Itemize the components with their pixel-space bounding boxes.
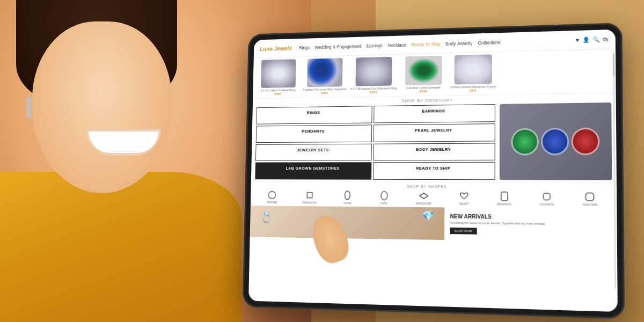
product-5-image — [454, 54, 492, 84]
heart-icon — [459, 191, 470, 201]
oval-icon — [379, 191, 390, 201]
cushion-icon — [541, 191, 552, 202]
svg-point-2 — [381, 192, 387, 200]
nav-body-jewelry[interactable]: Body Jewelry — [445, 40, 472, 46]
cat-jewelry-sets[interactable]: JEWELRY SETS — [255, 143, 371, 161]
account-icon[interactable]: 👤 — [583, 36, 590, 42]
cat-body-jewelry[interactable]: BODY JEWELRY — [373, 143, 495, 161]
shape-princess-label: PRINCESS — [302, 201, 317, 204]
round-icon — [267, 190, 277, 200]
site-icons: ♥ 👤 🔍 🛍 — [576, 36, 609, 43]
product-5[interactable]: 3 Piece Round Marquise Crown $4.8 — [450, 54, 496, 93]
featured-gems-image — [500, 103, 612, 180]
product-2-image — [307, 58, 343, 87]
shape-asscher[interactable]: ASSCHER — [582, 191, 597, 206]
nav-rings[interactable]: Rings — [299, 45, 310, 50]
svg-point-0 — [269, 192, 276, 199]
person-face — [32, 21, 172, 193]
shape-asscher-label: ASSCHER — [582, 203, 597, 206]
scroll-thumb[interactable] — [613, 54, 615, 76]
website-content: Luna Jewels Rings Wedding & Engagement E… — [248, 30, 618, 312]
cat-rings[interactable]: RINGS — [256, 106, 372, 124]
shape-princess[interactable]: PRINCESS — [302, 190, 317, 204]
product-4[interactable]: Certified Loose Emerald $550 — [401, 55, 446, 93]
cart-icon[interactable]: 🛍 — [603, 36, 609, 42]
site-nav: Rings Wedding & Engagement Earrings Neck… — [299, 38, 576, 50]
person-shirt — [0, 172, 241, 322]
shape-pear-label: PEAR — [343, 201, 351, 204]
product-3-image — [356, 57, 392, 86]
cat-pendants[interactable]: PENDANTS — [256, 125, 372, 142]
shape-cushion-label: CUSHION — [540, 203, 554, 206]
shop-by-shapes-label: SHOP BY SHAPES — [255, 184, 612, 189]
shape-marquise[interactable]: MARQUISE — [416, 191, 431, 205]
nav-collections[interactable]: Collections — [478, 40, 500, 46]
person-smile — [86, 129, 161, 156]
product-3[interactable]: 3 CT Marquise Cut Diamond Ring $310 — [350, 57, 397, 95]
cat-ready-to-ship[interactable]: READY TO SHIP — [372, 162, 495, 180]
svg-rect-1 — [307, 193, 312, 198]
product-2-price: $304 — [321, 92, 328, 95]
person-earring — [27, 97, 31, 118]
cat-earrings[interactable]: EARRINGS — [374, 104, 495, 123]
shop-now-button[interactable]: SHOP NOW — [450, 228, 477, 235]
wishlist-icon[interactable]: ♥ — [576, 37, 579, 43]
princess-icon — [304, 190, 314, 201]
product-3-price: $310 — [370, 91, 377, 94]
shape-round-label: ROUND — [267, 201, 277, 204]
shape-oval[interactable]: OVAL — [379, 191, 390, 205]
site-logo: Luna Jewels — [260, 45, 292, 52]
shape-emerald-label: EMERALD — [497, 202, 511, 206]
nav-wedding[interactable]: Wedding & Engagement — [314, 43, 361, 50]
pear-icon — [342, 190, 353, 201]
product-2[interactable]: Fashion For Love Blue Sapphire $304 — [303, 58, 347, 96]
red-gem-ring — [571, 128, 599, 156]
emerald-icon — [499, 191, 510, 202]
product-4-image — [405, 56, 442, 85]
asscher-icon — [584, 191, 596, 202]
svg-rect-3 — [543, 193, 550, 200]
nav-necklace[interactable]: Necklace — [388, 42, 406, 48]
green-gem-ring — [511, 128, 539, 156]
shape-emerald[interactable]: EMERALD — [497, 191, 511, 206]
blue-gem-ring — [541, 128, 569, 155]
shapes-row: ROUND PRINCESS PEAR — [254, 190, 612, 207]
product-1-image — [261, 59, 296, 88]
tablet-screen: Luna Jewels Rings Wedding & Engagement E… — [248, 30, 618, 312]
category-grid: RINGS EARRINGS PENDANTS PEARL JEWELRY JE… — [255, 104, 495, 180]
shape-oval-label: OVAL — [380, 201, 388, 204]
marquise-icon — [419, 191, 429, 201]
shape-marquise-label: MARQUISE — [416, 202, 431, 205]
product-1-price: $268 — [274, 92, 281, 96]
shape-heart[interactable]: HEART — [458, 191, 469, 205]
product-4-price: $550 — [420, 90, 427, 93]
shape-heart-label: HEART — [459, 202, 469, 206]
bottom-banner: NEW ARRIVALS Unveiling the latest in Lun… — [250, 206, 617, 243]
shape-pear[interactable]: PEAR — [342, 190, 353, 204]
cat-pearl-jewelry[interactable]: PEARL JEWELRY — [373, 123, 495, 142]
jewelry-hands-display — [250, 206, 445, 240]
shape-cushion[interactable]: CUSHION — [540, 191, 554, 206]
tablet-device: Luna Jewels Rings Wedding & Engagement E… — [243, 23, 625, 319]
nav-ready-to-ship[interactable]: Ready To Ship — [411, 41, 440, 47]
cat-lab-grown[interactable]: LAB GROWN GEMSTONES — [255, 162, 371, 179]
shape-round[interactable]: ROUND — [267, 190, 277, 204]
gems-display — [500, 103, 612, 180]
categories-section: RINGS EARRINGS PENDANTS PEARL JEWELRY JE… — [251, 101, 617, 182]
shapes-section: SHOP BY SHAPES ROUND PRINCESS — [251, 181, 617, 209]
new-arrivals-subtitle: Unveiling the latest in Luna Jewels. Spa… — [450, 221, 611, 227]
new-arrivals-title: NEW ARRIVALS — [450, 214, 611, 221]
banner-text-area: NEW ARRIVALS Unveiling the latest in Lun… — [444, 207, 617, 243]
search-icon[interactable]: 🔍 — [592, 36, 599, 43]
nav-earrings[interactable]: Earrings — [367, 43, 383, 49]
product-1[interactable]: 3 F SI2 Hand Crafted Ring $268 — [257, 59, 300, 96]
products-strip: 3 F SI2 Hand Crafted Ring $268 Fashion F… — [253, 49, 616, 99]
banner-image — [250, 206, 445, 240]
product-5-price: $4.8 — [470, 89, 476, 92]
